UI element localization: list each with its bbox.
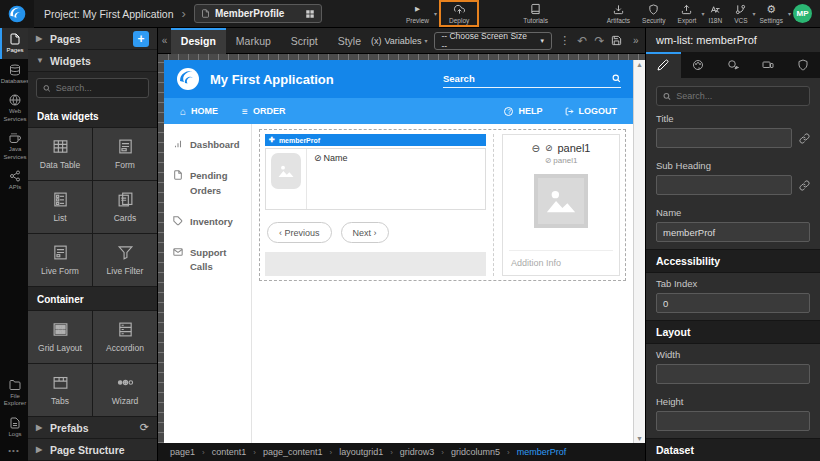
rail-item-pages[interactable]: Pages (0, 28, 28, 59)
rail-item-file-explorer[interactable]: File Explorer (0, 374, 28, 412)
vcs-button[interactable]: VCS ▾ (728, 0, 753, 28)
page-selector[interactable]: MemberProfile (194, 4, 322, 23)
save-button[interactable] (611, 35, 622, 46)
screen-size-select[interactable]: -- Choose Screen Size -- ▼ (434, 32, 552, 50)
nav-home[interactable]: ⌂ HOME (180, 106, 218, 117)
name-property-input[interactable] (656, 222, 810, 242)
undo-button[interactable]: ↶ (577, 34, 587, 48)
move-icon[interactable]: ✚ (269, 136, 275, 144)
breadcrumb-item[interactable]: layoutgrid1 (339, 447, 383, 457)
redo-button[interactable]: ↷ (594, 34, 604, 48)
nav-help[interactable]: ? HELP (504, 106, 542, 116)
preview-button[interactable]: ▶ Preview ▾ (400, 0, 435, 28)
widget-tile-wizard[interactable]: Wizard (93, 364, 157, 416)
breadcrumb-current[interactable]: memberProf (517, 447, 567, 457)
nav-logout[interactable]: LOGOUT (565, 106, 618, 116)
tab-properties[interactable] (646, 52, 681, 78)
variables-button[interactable]: (x) Variables ▾ (371, 36, 427, 46)
settings-button[interactable]: ⚙ Settings ▾ (754, 0, 790, 28)
tab-devices[interactable] (750, 52, 785, 78)
list-widget-memberprof[interactable]: ✚ memberProf (265, 134, 494, 276)
property-search-input[interactable] (676, 91, 803, 101)
sidebar-item-inventory[interactable]: Inventory (173, 215, 242, 229)
widget-tile-list[interactable]: List (28, 181, 92, 233)
tab-script[interactable]: Script (281, 28, 328, 54)
wavemaker-logo[interactable] (0, 0, 34, 28)
selected-widget-tag[interactable]: ✚ memberProf (265, 134, 486, 146)
breadcrumb-item[interactable]: page1 (170, 447, 195, 457)
widget-tile-data-table[interactable]: Data Table (28, 128, 92, 180)
sidebar-item-dashboard[interactable]: Dashboard (173, 138, 242, 152)
widget-search-input[interactable] (56, 83, 142, 93)
tab-design[interactable]: Design (171, 28, 226, 54)
property-search-box[interactable] (656, 86, 810, 106)
widget-search-box[interactable] (36, 78, 149, 98)
scroll-down-icon[interactable]: ▼ (636, 435, 643, 442)
list-item-template[interactable]: ⊘ Name (265, 148, 486, 210)
security-button[interactable]: Security (636, 0, 671, 28)
rail-item-apis[interactable]: APIs (0, 165, 28, 196)
more-options-icon[interactable]: ••• (0, 442, 28, 461)
page-structure-section-header[interactable]: ▶ Page Structure (28, 439, 157, 461)
title-property-input[interactable] (656, 128, 792, 148)
bind-link-icon[interactable] (799, 180, 810, 191)
prefabs-section-header[interactable]: ▶ Prefabs ⟳ (28, 417, 157, 439)
user-avatar[interactable]: MP (793, 4, 812, 23)
pages-section-header[interactable]: ▶ Pages + (28, 28, 157, 50)
widget-tile-grid-layout[interactable]: Grid Layout (28, 311, 92, 363)
i18n-button[interactable]: I18N (702, 0, 728, 28)
next-button[interactable]: Next › (341, 222, 389, 243)
search-icon[interactable] (612, 74, 621, 83)
collapse-left-panel-button[interactable]: « (158, 35, 171, 46)
panel-image-placeholder[interactable] (534, 174, 588, 228)
breadcrumb-item[interactable]: content1 (212, 447, 247, 457)
sidebar-item-pending-orders[interactable]: Pending Orders (173, 169, 242, 198)
bind-link-icon[interactable] (799, 133, 810, 144)
widget-tile-accordion[interactable]: Accordion (93, 311, 157, 363)
kebab-menu-icon[interactable]: ⋮ (559, 34, 570, 47)
app-nav-bar: ⌂ HOME ≡ ORDER ? HELP (164, 98, 633, 124)
deploy-button[interactable]: Deploy (443, 0, 475, 28)
previous-button[interactable]: ‹ Previous (267, 222, 332, 243)
widget-tile-tabs[interactable]: Tabs (28, 364, 92, 416)
artifacts-button[interactable]: Artifacts (601, 0, 636, 28)
sub-heading-property-input[interactable] (656, 175, 792, 195)
tab-index-property-input[interactable] (656, 293, 810, 313)
panel-header[interactable]: ⊖ ⊘ panel1 (509, 142, 613, 154)
tab-inspect[interactable] (716, 52, 751, 78)
breadcrumb-item[interactable]: page_content1 (263, 447, 323, 457)
nav-order[interactable]: ≡ ORDER (242, 106, 285, 117)
dataset-section-header[interactable]: Dataset (646, 438, 820, 461)
widget-tile-live-form[interactable]: Live Form (28, 234, 92, 286)
rail-item-java-services[interactable]: Java Services (0, 127, 28, 165)
tutorials-button[interactable]: Tutorials (517, 0, 554, 28)
refresh-icon[interactable]: ⟳ (140, 421, 149, 434)
widget-tile-live-filter[interactable]: Live Filter (93, 234, 157, 286)
name-field-binding[interactable]: ⊘ Name (307, 149, 355, 209)
height-property-input[interactable] (656, 411, 810, 431)
canvas-scrollbar[interactable]: ▲ ▼ (633, 60, 645, 443)
tab-markup[interactable]: Markup (226, 28, 281, 54)
scroll-up-icon[interactable]: ▲ (636, 61, 643, 68)
sidebar-item-support-calls[interactable]: Support Calls (173, 246, 242, 275)
export-button[interactable]: Export ▾ (672, 0, 703, 28)
widget-tile-cards[interactable]: Cards (93, 181, 157, 233)
collapse-right-panel-button[interactable]: » (629, 35, 642, 46)
rail-item-logs[interactable]: Logs (0, 412, 28, 443)
add-page-button[interactable]: + (133, 31, 149, 47)
width-property-input[interactable] (656, 364, 810, 384)
panel-widget-panel1[interactable]: ⊖ ⊘ panel1 ⊘ panel1 (502, 134, 620, 276)
breadcrumb-item[interactable]: gridrow3 (400, 447, 435, 457)
tab-style[interactable]: Style (328, 28, 371, 54)
rail-item-databases[interactable]: Databases (0, 59, 28, 90)
tab-styles[interactable] (681, 52, 716, 78)
accessibility-section-header[interactable]: Accessibility (646, 249, 820, 273)
widget-tile-form[interactable]: Form (93, 128, 157, 180)
rail-item-web-services[interactable]: Web Services (0, 89, 28, 127)
layout-section-header[interactable]: Layout (646, 320, 820, 344)
widgets-section-header[interactable]: ▼ Widgets (28, 50, 157, 72)
tab-security[interactable] (785, 52, 820, 78)
breadcrumb-item[interactable]: gridcolumn5 (451, 447, 500, 457)
app-search-field[interactable]: Search (443, 70, 621, 88)
project-name[interactable]: Project: My First Application (44, 8, 174, 20)
